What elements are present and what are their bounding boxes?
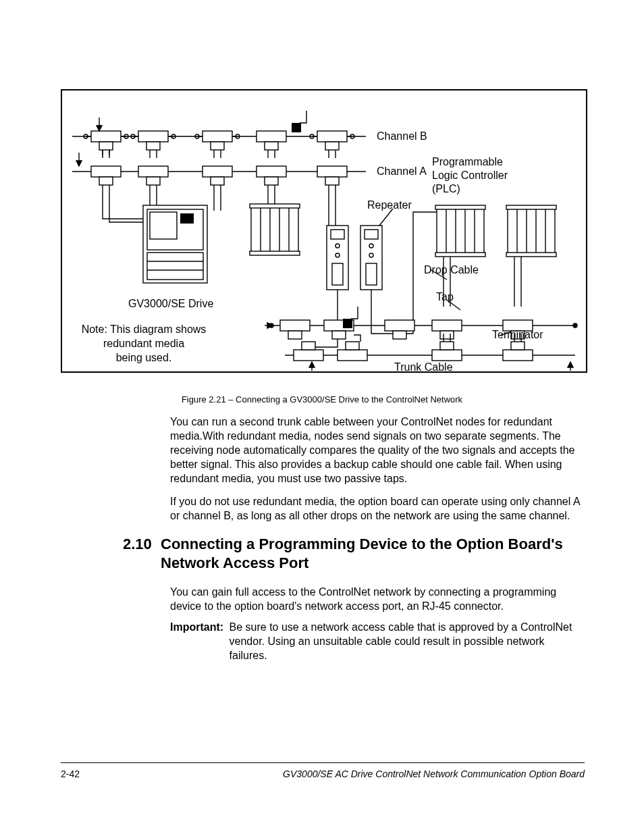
svg-rect-117: [332, 331, 346, 339]
section-title: Connecting a Programming Device to the O…: [161, 535, 579, 572]
svg-marker-44: [76, 161, 82, 166]
svg-rect-34: [99, 177, 113, 185]
svg-rect-9: [138, 131, 168, 142]
svg-rect-65: [143, 205, 207, 283]
svg-rect-35: [138, 166, 168, 177]
svg-rect-98: [435, 253, 485, 257]
important-label: Important:: [170, 621, 223, 633]
svg-rect-23: [317, 131, 347, 142]
figure-note: Note: This diagram shows redundant media…: [73, 323, 215, 365]
svg-point-125: [573, 323, 577, 328]
svg-rect-38: [211, 177, 224, 185]
svg-rect-129: [294, 350, 323, 361]
svg-rect-24: [325, 142, 339, 150]
paragraph-redundant-media: You can run a second trunk cable between…: [170, 415, 583, 486]
svg-rect-31: [292, 123, 301, 132]
label-channel-b: Channel B: [377, 130, 427, 143]
svg-rect-10: [146, 142, 160, 150]
svg-rect-130: [302, 342, 315, 350]
label-channel-a: Channel A: [377, 165, 427, 178]
page: Channel B Channel A Programmable Logic C…: [0, 0, 644, 834]
svg-rect-21: [257, 131, 286, 142]
svg-rect-33: [91, 166, 121, 177]
footer: 2-42 GV3000/SE AC Drive ControlNet Netwo…: [61, 768, 585, 779]
svg-rect-119: [393, 331, 406, 339]
svg-rect-40: [265, 177, 278, 185]
footer-page-number: 2-42: [61, 768, 80, 779]
label-drive: GV3000/SE Drive: [128, 297, 213, 311]
svg-rect-132: [346, 342, 359, 350]
svg-rect-37: [203, 166, 232, 177]
svg-rect-15: [203, 131, 232, 142]
svg-rect-92: [437, 207, 484, 254]
footer-rule: [61, 762, 585, 763]
svg-rect-115: [288, 331, 302, 339]
svg-rect-121: [440, 331, 454, 339]
label-trunk-cable: Trunk Cable: [394, 361, 453, 374]
label-drop-cable: Drop Cable: [424, 263, 479, 277]
svg-rect-77: [250, 204, 300, 208]
svg-rect-22: [265, 142, 278, 150]
svg-marker-30: [97, 126, 102, 131]
section-paragraph-1: You can gain full access to the ControlN…: [170, 585, 583, 613]
svg-rect-134: [440, 342, 454, 350]
svg-rect-1: [91, 131, 121, 142]
svg-rect-131: [338, 350, 367, 361]
label-repeater: Repeater: [367, 199, 412, 212]
section-heading: 2.10Connecting a Programming Device to t…: [123, 535, 589, 572]
footer-document-title: GV3000/SE AC Drive ControlNet Network Co…: [283, 768, 585, 779]
figure-frame: Channel B Channel A Programmable Logic C…: [61, 89, 587, 373]
label-terminator: Terminator: [492, 328, 543, 342]
important-body: Be sure to use a network access cable th…: [230, 620, 574, 662]
section-number: 2.10: [123, 535, 161, 554]
label-tap: Tap: [436, 290, 454, 304]
svg-rect-68: [180, 213, 194, 224]
svg-rect-39: [257, 166, 286, 177]
figure-caption: Figure 2.21 – Connecting a GV3000/SE Dri…: [0, 394, 644, 405]
svg-rect-105: [506, 253, 556, 257]
paragraph-single-channel: If you do not use redundant media, the o…: [170, 494, 583, 523]
label-plc: Programmable Logic Controller (PLC): [432, 155, 508, 196]
svg-rect-133: [432, 350, 462, 361]
svg-rect-78: [250, 251, 300, 255]
svg-rect-72: [251, 205, 298, 253]
svg-rect-2: [99, 142, 113, 150]
important-note: Important: Be sure to use a network acce…: [170, 620, 583, 662]
svg-rect-99: [508, 207, 555, 254]
svg-rect-136: [511, 342, 525, 350]
svg-rect-145: [343, 319, 352, 328]
svg-rect-36: [146, 177, 160, 185]
svg-marker-138: [309, 362, 315, 367]
svg-marker-140: [568, 362, 573, 367]
svg-rect-16: [211, 142, 224, 150]
svg-rect-104: [506, 205, 556, 209]
svg-rect-42: [325, 177, 339, 185]
svg-rect-118: [385, 320, 414, 331]
svg-rect-135: [503, 350, 533, 361]
svg-rect-114: [280, 320, 310, 331]
svg-rect-41: [317, 166, 347, 177]
svg-rect-97: [435, 205, 485, 209]
svg-rect-120: [432, 320, 462, 331]
